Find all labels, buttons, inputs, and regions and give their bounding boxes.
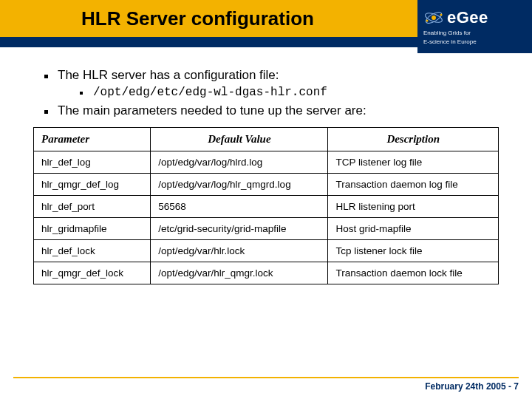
footer-rule: [13, 377, 519, 378]
cell-param: hlr_qmgr_def_lock: [34, 262, 151, 284]
cell-param: hlr_def_lock: [34, 240, 151, 262]
logo-orbit-icon: [423, 7, 444, 28]
cell-param: hlr_def_port: [34, 196, 151, 218]
footer-sep: -: [506, 381, 514, 392]
col-header-parameter: Parameter: [34, 128, 151, 151]
bullet-2: The main parameters needed to tune up th…: [44, 103, 502, 118]
slide-footer: February 24th 2005 - 7: [0, 377, 532, 392]
cell-default: 56568: [151, 196, 328, 218]
table-row: hlr_def_log /opt/edg/var/log/hlrd.log TC…: [34, 151, 499, 174]
sub-bullet-1: /opt/edg/etc/edg-wl-dgas-hlr.conf: [80, 86, 502, 99]
cell-param: hlr_qmgr_def_log: [34, 174, 151, 196]
cell-default: /etc/grid-security/grid-mapfile: [151, 218, 328, 240]
table-row: hlr_gridmapfile /etc/grid-security/grid-…: [34, 218, 499, 240]
svg-point-4: [426, 20, 429, 22]
table-row: hlr_qmgr_def_log /opt/edg/var/log/hlr_qm…: [34, 174, 499, 196]
cell-default: /opt/edg/var/log/hlrd.log: [151, 151, 328, 174]
table-row: hlr_qmgr_def_lock /opt/edg/var/hlr_qmgr.…: [34, 262, 499, 284]
cell-desc: Transaction daemon lock file: [328, 262, 499, 284]
cell-desc: Transaction daemon log file: [328, 174, 499, 196]
title-block: HLR Server configuration: [0, 0, 417, 53]
slide-content: The HLR server has a configuration file:…: [0, 53, 532, 284]
footer-page: 7: [514, 381, 519, 392]
logo-text: eGee: [447, 8, 488, 27]
cell-default: /opt/edg/var/hlr_qmgr.lock: [151, 262, 328, 284]
parameters-table: Parameter Default Value Description hlr_…: [33, 127, 499, 284]
cell-desc: HLR listening port: [328, 196, 499, 218]
table-header-row: Parameter Default Value Description: [34, 128, 499, 151]
bullet-list: The HLR server has a configuration file:…: [30, 68, 502, 118]
cell-default: /opt/edg/var/hlr.lock: [151, 240, 328, 262]
footer-text: February 24th 2005 - 7: [13, 381, 519, 392]
cell-desc: Tcp listener lock file: [328, 240, 499, 262]
title-underbar: [0, 37, 417, 47]
cell-default: /opt/edg/var/log/hlr_qmgrd.log: [151, 174, 328, 196]
col-header-description: Description: [328, 128, 499, 151]
cell-desc: TCP listener log file: [328, 151, 499, 174]
footer-date: February 24th 2005: [425, 381, 505, 392]
cell-param: hlr_def_log: [34, 151, 151, 174]
page-title: HLR Server configuration: [81, 7, 314, 30]
logo-tagline-2: E-science in Europe: [423, 38, 477, 46]
sub-bullet-list: /opt/edg/etc/edg-wl-dgas-hlr.conf: [58, 86, 502, 99]
logo-main: eGee: [423, 7, 488, 28]
bullet-1-text: The HLR server has a configuration file:: [58, 68, 279, 82]
logo-block: eGee Enabling Grids for E-science in Eur…: [417, 0, 532, 53]
slide-header: HLR Server configuration eGee Enabling G…: [0, 0, 532, 53]
cell-param: hlr_gridmapfile: [34, 218, 151, 240]
bullet-1: The HLR server has a configuration file:…: [44, 68, 502, 99]
table-row: hlr_def_lock /opt/edg/var/hlr.lock Tcp l…: [34, 240, 499, 262]
table-row: hlr_def_port 56568 HLR listening port: [34, 196, 499, 218]
title-bar: HLR Server configuration: [0, 0, 417, 37]
svg-point-3: [440, 14, 443, 16]
svg-point-2: [432, 16, 436, 20]
logo-tagline-1: Enabling Grids for: [423, 30, 471, 37]
col-header-default: Default Value: [151, 128, 328, 151]
cell-desc: Host grid-mapfile: [328, 218, 499, 240]
